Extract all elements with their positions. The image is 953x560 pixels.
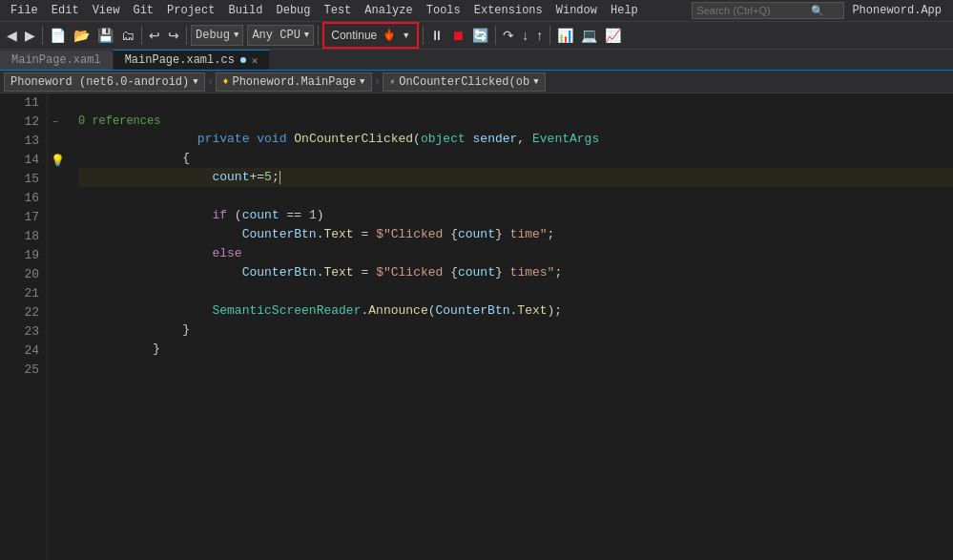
save-btn[interactable]: 💾 <box>94 24 116 47</box>
member-dropdown[interactable]: ⚡ OnCounterClicked(ob ▼ <box>383 73 545 92</box>
continue-label: Continue <box>331 29 377 42</box>
back-btn[interactable]: ◀ <box>4 24 20 47</box>
tab-cs[interactable]: MainPage.xaml.cs ✕ <box>114 50 271 70</box>
save-all-btn[interactable]: 🗂 <box>118 24 137 47</box>
menu-project[interactable]: Project <box>160 2 221 19</box>
line-num-25: 25 <box>8 361 39 380</box>
menu-git[interactable]: Git <box>126 2 160 19</box>
search-input[interactable] <box>696 5 811 16</box>
code-line-21: SemanticScreenReader.Announce(CounterBtn… <box>78 301 953 321</box>
sep2 <box>141 26 142 45</box>
step-over-btn[interactable]: ↷ <box>500 24 517 47</box>
sep7 <box>549 26 550 45</box>
sep5 <box>423 26 424 45</box>
gutter-24 <box>48 342 67 361</box>
flame-icon <box>381 27 398 44</box>
step-out-btn[interactable]: ↑ <box>533 24 546 47</box>
new-file-btn[interactable]: 📄 <box>47 24 69 47</box>
menu-build[interactable]: Build <box>221 2 269 19</box>
menu-analyze[interactable]: Analyze <box>358 2 419 19</box>
menu-search-box[interactable]: 🔍 <box>692 2 844 19</box>
gutter-15 <box>48 170 67 189</box>
hot-button-wrapper: Continue ▼ <box>322 22 419 49</box>
gutter-18 <box>48 227 67 246</box>
line-num-18: 18 <box>8 227 39 246</box>
line-num-21: 21 <box>8 284 39 303</box>
continue-button[interactable]: Continue ▼ <box>325 24 416 47</box>
line-num-13: 13 <box>8 132 39 151</box>
tab-modified-dot <box>240 57 246 63</box>
code-line-12: private void OnCounterClicked(object sen… <box>78 130 953 149</box>
menu-tools[interactable]: Tools <box>420 2 467 19</box>
gutter-20 <box>48 265 67 284</box>
tab-close-btn[interactable]: ✕ <box>252 54 259 67</box>
forward-btn[interactable]: ▶ <box>22 24 38 47</box>
project-name: Phoneword (net6.0-android) <box>10 75 189 89</box>
code-line-14: count+=5; <box>78 168 953 187</box>
line-num-20: 20 <box>8 265 39 284</box>
lightbulb-14[interactable]: 💡 <box>51 154 65 168</box>
project-dropdown[interactable]: Phoneword (net6.0-android) ▼ <box>4 73 205 92</box>
app-name: Phoneword.App <box>844 4 949 17</box>
gutter-17 <box>48 208 67 227</box>
step-into-btn[interactable]: ↓ <box>519 24 531 47</box>
menu-window[interactable]: Window <box>549 2 604 19</box>
gutter-21 <box>48 284 67 303</box>
member-icon: ⚡ <box>389 76 395 88</box>
sep1 <box>42 26 43 45</box>
debug-config-label: Debug <box>196 29 230 42</box>
open-btn[interactable]: 📂 <box>71 24 93 47</box>
toolbar: ◀ ▶ 📄 📂 💾 🗂 ↩ ↪ Debug ▼ Any CPU ▼ Contin… <box>0 21 953 50</box>
collapse-12[interactable]: − <box>52 117 58 128</box>
tab-bar: MainPage.xaml MainPage.xaml.cs ✕ <box>0 50 953 71</box>
debug-config-dropdown[interactable]: Debug ▼ <box>191 25 243 46</box>
restart-btn[interactable]: 🔄 <box>469 24 491 47</box>
gutter-13 <box>48 132 67 151</box>
tab-cs-label: MainPage.xaml.cs <box>125 53 235 67</box>
code-line-11 <box>78 93 953 113</box>
menu-debug[interactable]: Debug <box>269 2 317 19</box>
line-num-24: 24 <box>8 342 39 361</box>
nav-sep2: › <box>372 74 383 89</box>
gutter-14: 💡 <box>48 151 67 170</box>
performance-btn[interactable]: 📊 <box>554 24 576 47</box>
gutter-22 <box>48 303 67 322</box>
pause-btn[interactable]: ⏸ <box>427 24 446 47</box>
menu-file[interactable]: File <box>4 2 45 19</box>
gutter-12: − <box>48 113 67 132</box>
cpu-label: Any CPU <box>252 29 300 42</box>
menu-test[interactable]: Test <box>318 2 359 19</box>
ref-label: 0 references <box>78 113 953 130</box>
code-line-23: } <box>78 340 953 359</box>
tab-xaml-label: MainPage.xaml <box>11 53 101 67</box>
menu-help[interactable]: Help <box>604 2 645 19</box>
line-num-19: 19 <box>8 246 39 265</box>
tab-xaml[interactable]: MainPage.xaml <box>0 51 114 70</box>
gutter-23 <box>48 322 67 342</box>
menu-edit[interactable]: Edit <box>45 2 86 19</box>
member-name: OnCounterClicked(ob <box>399 75 529 89</box>
project-arrow: ▼ <box>193 77 197 87</box>
nav-sep1: › <box>205 74 217 89</box>
cpu-dropdown[interactable]: Any CPU ▼ <box>247 25 314 46</box>
member-arrow: ▼ <box>533 77 538 87</box>
code-content[interactable]: 0 references private void OnCounterClick… <box>67 93 953 560</box>
undo-btn[interactable]: ↩ <box>146 24 163 47</box>
menu-view[interactable]: View <box>86 2 127 19</box>
sep3 <box>186 26 187 45</box>
stop-btn[interactable]: ⏹ <box>448 24 467 47</box>
gutter-25 <box>48 361 67 380</box>
class-icon: ♦ <box>222 76 228 87</box>
line-num-16: 16 <box>8 189 39 208</box>
memory-btn[interactable]: 💻 <box>578 24 600 47</box>
gutter-11 <box>48 93 67 113</box>
cpu-usage-btn[interactable]: 📈 <box>602 24 624 47</box>
menu-extensions[interactable]: Extensions <box>467 2 549 19</box>
sep6 <box>495 26 496 45</box>
nav-bar: Phoneword (net6.0-android) ▼ › ♦ Phonewo… <box>0 71 953 93</box>
class-name: Phoneword.MainPage <box>232 75 356 89</box>
redo-btn[interactable]: ↪ <box>165 24 182 47</box>
line-num-23: 23 <box>8 322 39 342</box>
class-dropdown[interactable]: ♦ Phoneword.MainPage ▼ <box>216 73 371 92</box>
class-arrow: ▼ <box>360 77 364 87</box>
